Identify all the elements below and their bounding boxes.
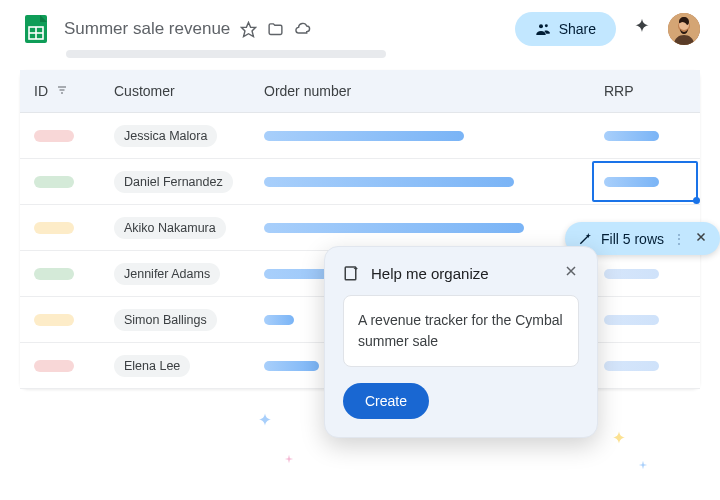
folder-icon[interactable] [267,21,284,38]
svg-point-6 [545,24,548,27]
cell-id[interactable] [20,297,100,343]
sparkle-icon [256,412,274,430]
id-pill [34,268,74,280]
separator: ⋮ [672,231,686,247]
id-pill [34,314,74,326]
data-bar [604,361,659,371]
close-icon[interactable] [563,263,579,283]
organize-panel: Help me organize A revenue tracker for t… [324,246,598,438]
gemini-icon[interactable] [632,17,652,41]
sparkle-icon [284,454,294,464]
cell-rrp[interactable] [590,251,700,297]
customer-chip: Jennifer Adams [114,263,220,285]
organize-icon [343,264,361,282]
cloud-icon[interactable] [294,21,311,38]
create-button[interactable]: Create [343,383,429,419]
cell-id[interactable] [20,251,100,297]
sparkle-icon [610,430,628,448]
cell-customer[interactable]: Jessica Malora [100,113,250,159]
cell-rrp[interactable] [590,113,700,159]
panel-header: Help me organize [343,263,579,283]
toolbar-placeholder [66,50,386,58]
selection-handle[interactable] [693,197,700,204]
doc-title-area: Summer sale revenue [64,19,311,39]
svg-rect-12 [61,93,63,94]
column-header-order[interactable]: Order number [250,70,590,113]
people-icon [535,21,551,37]
data-bar [604,269,659,279]
header-right: Share [515,12,700,46]
cell-rrp[interactable] [590,343,700,389]
svg-rect-13 [345,267,356,280]
close-fill-icon[interactable] [694,230,708,247]
svg-point-5 [539,24,543,28]
customer-chip: Daniel Fernandez [114,171,233,193]
data-bar [604,315,659,325]
sheets-logo [20,13,52,45]
cell-id[interactable] [20,205,100,251]
customer-chip: Jessica Malora [114,125,217,147]
data-bar [264,223,524,233]
data-bar [604,131,659,141]
doc-title[interactable]: Summer sale revenue [64,19,230,39]
cell-rrp[interactable] [590,159,700,205]
cell-order[interactable] [250,113,590,159]
svg-rect-11 [60,90,65,91]
cell-id[interactable] [20,159,100,205]
table-header-row: ID Customer Order number RRP [20,70,700,113]
app-header: Summer sale revenue Share [0,0,720,50]
cell-id[interactable] [20,113,100,159]
cell-id[interactable] [20,343,100,389]
id-pill [34,360,74,372]
column-header-rrp[interactable]: RRP [590,70,700,113]
cell-order[interactable] [250,205,590,251]
prompt-input[interactable]: A revenue tracker for the Cymbal summer … [343,295,579,367]
id-pill [34,222,74,234]
avatar[interactable] [668,13,700,45]
column-header-customer[interactable]: Customer [100,70,250,113]
cell-customer[interactable]: Elena Lee [100,343,250,389]
data-bar [264,315,294,325]
fill-label: Fill 5 rows [601,231,664,247]
data-bar [264,177,514,187]
cell-customer[interactable]: Simon Ballings [100,297,250,343]
cell-customer[interactable]: Jennifer Adams [100,251,250,297]
data-bar [264,361,319,371]
id-pill [34,130,74,142]
column-header-id[interactable]: ID [20,70,100,113]
share-label: Share [559,21,596,37]
data-bar [604,177,659,187]
star-icon[interactable] [240,21,257,38]
cell-order[interactable] [250,159,590,205]
table-row[interactable]: Jessica Malora [20,113,700,159]
svg-marker-4 [242,22,256,36]
customer-chip: Elena Lee [114,355,190,377]
filter-icon[interactable] [56,83,68,99]
cell-rrp[interactable] [590,297,700,343]
id-pill [34,176,74,188]
customer-chip: Simon Ballings [114,309,217,331]
wand-icon [577,231,593,247]
cell-customer[interactable]: Akiko Nakamura [100,205,250,251]
table-row[interactable]: Daniel Fernandez [20,159,700,205]
data-bar [264,131,464,141]
customer-chip: Akiko Nakamura [114,217,226,239]
sparkle-icon [638,460,648,470]
cell-customer[interactable]: Daniel Fernandez [100,159,250,205]
panel-title: Help me organize [371,265,553,282]
svg-rect-10 [58,87,66,88]
share-button[interactable]: Share [515,12,616,46]
